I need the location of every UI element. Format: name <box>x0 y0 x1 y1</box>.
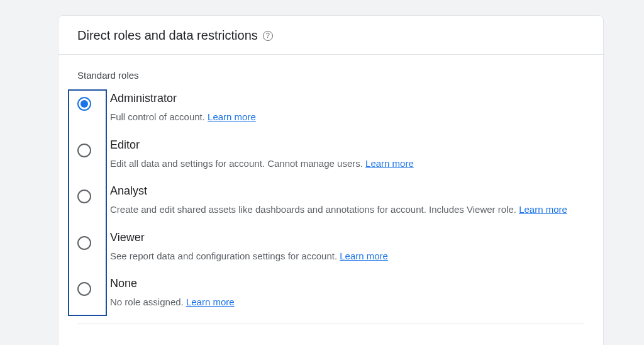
learn-more-link[interactable]: Learn more <box>519 204 567 215</box>
role-body: Analyst Create and edit shared assets li… <box>110 184 584 217</box>
role-desc-text: Full control of account. <box>110 111 208 122</box>
role-name: Editor <box>110 139 584 152</box>
radio-editor[interactable] <box>77 144 91 157</box>
role-option-viewer[interactable]: Viewer See report data and configuration… <box>77 231 584 264</box>
role-option-administrator[interactable]: Administrator Full control of account. L… <box>77 92 584 125</box>
section-label: Standard roles <box>77 70 584 81</box>
role-desc-text: Create and edit shared assets like dashb… <box>110 204 519 215</box>
role-name: None <box>110 277 584 290</box>
role-body: Administrator Full control of account. L… <box>110 92 584 125</box>
role-body: Viewer See report data and configuration… <box>110 231 584 264</box>
role-option-editor[interactable]: Editor Edit all data and settings for ac… <box>77 139 584 171</box>
section-divider <box>77 324 584 324</box>
role-name: Administrator <box>110 92 584 105</box>
radio-analyst[interactable] <box>77 189 91 203</box>
role-description: Create and edit shared assets like dashb… <box>110 203 584 217</box>
help-icon[interactable]: ? <box>263 31 273 41</box>
learn-more-link[interactable]: Learn more <box>340 251 388 261</box>
card-title: Direct roles and data restrictions <box>77 28 258 43</box>
role-body: None No role assigned. Learn more <box>110 277 584 310</box>
radio-none[interactable] <box>77 282 91 296</box>
role-option-none[interactable]: None No role assigned. Learn more <box>77 277 584 310</box>
role-desc-text: Edit all data and settings for account. … <box>110 158 365 169</box>
roles-list: Administrator Full control of account. L… <box>77 92 584 310</box>
role-option-analyst[interactable]: Analyst Create and edit shared assets li… <box>77 184 584 217</box>
radio-administrator[interactable] <box>77 97 91 111</box>
role-desc-text: No role assigned. <box>110 297 186 307</box>
card-header: Direct roles and data restrictions ? <box>58 16 603 55</box>
standard-roles-section: Standard roles Administrator Full contro… <box>58 55 603 324</box>
role-description: Edit all data and settings for account. … <box>110 157 584 171</box>
radio-viewer[interactable] <box>77 236 91 250</box>
role-name: Analyst <box>110 184 584 198</box>
role-desc-text: See report data and configuration settin… <box>110 251 340 261</box>
learn-more-link[interactable]: Learn more <box>365 158 414 169</box>
learn-more-link[interactable]: Learn more <box>186 297 235 307</box>
role-body: Editor Edit all data and settings for ac… <box>110 139 584 171</box>
role-name: Viewer <box>110 231 584 244</box>
roles-card: Direct roles and data restrictions ? Sta… <box>58 15 604 345</box>
role-description: See report data and configuration settin… <box>110 249 584 264</box>
learn-more-link[interactable]: Learn more <box>208 111 256 122</box>
role-description: Full control of account. Learn more <box>110 110 584 125</box>
role-description: No role assigned. Learn more <box>110 295 584 310</box>
